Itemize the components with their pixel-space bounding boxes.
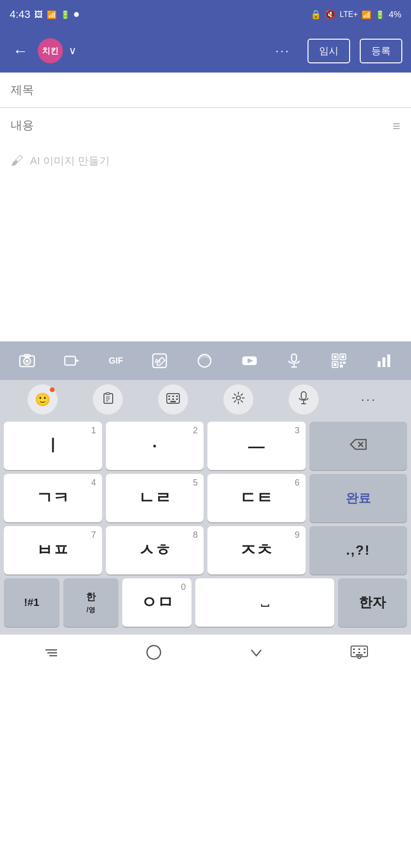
svg-rect-23	[378, 361, 381, 367]
space-key[interactable]: ⎵	[195, 578, 334, 627]
done-key[interactable]: 완료	[309, 474, 408, 522]
emoji-button[interactable]: 🙂	[28, 384, 58, 414]
key-bp[interactable]: 7 ㅂㅍ	[4, 526, 102, 574]
status-battery-icon: 🔋	[375, 10, 385, 19]
svg-rect-25	[387, 354, 390, 367]
svg-rect-4	[65, 356, 75, 365]
svg-rect-40	[301, 392, 306, 399]
svg-rect-33	[172, 396, 174, 397]
mic-icon[interactable]	[282, 349, 306, 373]
svg-rect-53	[353, 652, 355, 653]
key-nr[interactable]: 5 ㄴㄹ	[106, 474, 204, 522]
key-om[interactable]: 0 ㅇㅁ	[122, 578, 191, 627]
punct-key[interactable]: .,?!	[309, 526, 408, 574]
status-battery-low-icon: 🔋	[60, 10, 70, 19]
key-dt[interactable]: 6 ㄷㅌ	[207, 474, 306, 522]
svg-point-39	[236, 396, 240, 400]
user-badge[interactable]: 치킨	[38, 38, 63, 63]
keyboard-switch-button[interactable]	[158, 384, 188, 414]
svg-marker-5	[75, 359, 79, 363]
temp-save-button[interactable]: 임시	[308, 39, 350, 63]
keyboard-row-3: 7 ㅂㅍ 8 ㅅㅎ 9 ㅈㅊ .,?!	[4, 526, 407, 574]
content-row: ≡	[0, 108, 411, 145]
sticker-icon[interactable]	[192, 349, 217, 373]
register-button[interactable]: 등록	[360, 39, 402, 63]
more-options-button[interactable]: ···	[267, 44, 298, 59]
svg-rect-27	[106, 393, 110, 395]
key-dash[interactable]: 3 —	[207, 422, 306, 470]
svg-rect-38	[170, 401, 176, 402]
clipboard-button[interactable]	[93, 384, 123, 414]
chart-icon[interactable]	[372, 349, 396, 373]
svg-rect-36	[172, 398, 174, 400]
number-special-key[interactable]: !#1	[4, 578, 59, 627]
clipboard-icon	[101, 391, 115, 408]
hanja-key[interactable]: 한자	[338, 578, 407, 627]
key-vowel1[interactable]: 1 ㅣ	[4, 422, 102, 470]
lang-switch-key[interactable]: 한/영	[63, 578, 119, 627]
svg-rect-26	[104, 394, 113, 403]
svg-rect-20	[340, 362, 342, 364]
svg-rect-54	[358, 652, 360, 653]
qr-icon[interactable]	[327, 349, 351, 373]
hamburger-icon: ≡	[393, 118, 400, 134]
status-signal-icon: 📶	[47, 10, 57, 19]
keyboard: 1 ㅣ 2 · 3 — 4 ㄱㅋ 5 ㄴㄹ	[0, 419, 411, 634]
voice-button[interactable]	[289, 384, 319, 414]
svg-point-2	[26, 360, 29, 363]
key-gk[interactable]: 4 ㄱㅋ	[4, 474, 102, 522]
youtube-icon[interactable]	[237, 349, 262, 373]
status-bar: 4:43 🖼 📶 🔋 🔒 🔇 LTE+ 📶 🔋 4%	[0, 0, 411, 29]
settings-icon	[232, 391, 245, 408]
svg-rect-24	[382, 357, 385, 367]
keyboard-icon	[166, 392, 180, 407]
key-dot[interactable]: 2 ·	[106, 422, 204, 470]
svg-rect-11	[292, 354, 296, 362]
status-lte-icon: LTE+	[339, 10, 358, 19]
video-icon[interactable]	[60, 349, 84, 373]
keyboard-row-2: 4 ㄱㅋ 5 ㄴㄹ 6 ㄷㅌ 완료	[4, 474, 407, 522]
keyboard-row-4: !#1 한/영 0 ㅇㅁ ⎵ 한자	[4, 578, 407, 627]
svg-rect-55	[364, 652, 366, 653]
backspace-key[interactable]	[309, 422, 408, 470]
back-button[interactable]: ←	[9, 40, 32, 62]
dropdown-icon[interactable]: ∨	[69, 44, 76, 57]
nav-keyboard-button[interactable]	[341, 641, 378, 667]
app-header: ← 치킨 ∨ ··· 임시 등록	[0, 29, 411, 73]
gif-icon[interactable]: GIF	[105, 352, 127, 370]
svg-rect-56	[356, 654, 363, 656]
ai-image-row[interactable]: 🖌 AI 이미지 만들기	[0, 145, 411, 177]
svg-rect-52	[364, 648, 366, 650]
ai-brush-icon: 🖌	[11, 153, 23, 168]
keyboard-row-1: 1 ㅣ 2 · 3 —	[4, 422, 407, 470]
emoji-icon: 🙂	[35, 392, 50, 407]
svg-rect-51	[358, 648, 360, 650]
nav-back-button[interactable]	[34, 642, 69, 667]
ai-edit-icon[interactable]: AI	[147, 349, 172, 373]
content-area: ≡ 🖌 AI 이미지 만들기	[0, 73, 411, 177]
svg-rect-37	[176, 398, 178, 400]
ai-image-label: AI 이미지 만들기	[30, 154, 110, 168]
status-battery-pct: 4%	[389, 10, 401, 20]
nav-down-button[interactable]	[239, 642, 274, 667]
more-dots-icon: ···	[361, 392, 376, 407]
svg-point-48	[147, 646, 161, 659]
key-sh[interactable]: 8 ㅅㅎ	[106, 526, 204, 574]
photo-icon[interactable]	[15, 349, 39, 373]
more-options-ctrl-button[interactable]: ···	[354, 384, 384, 414]
svg-rect-18	[341, 355, 344, 358]
bottom-nav	[0, 634, 411, 673]
content-input[interactable]	[11, 118, 393, 145]
status-time: 4:43	[10, 8, 30, 21]
svg-rect-50	[353, 648, 355, 650]
svg-rect-32	[168, 396, 170, 397]
svg-rect-22	[340, 365, 343, 368]
nav-home-button[interactable]	[136, 639, 172, 669]
svg-rect-19	[334, 363, 337, 366]
settings-button[interactable]	[223, 384, 253, 414]
svg-rect-34	[176, 396, 178, 397]
key-jch[interactable]: 9 ㅈㅊ	[207, 526, 306, 574]
status-mute-icon: 🔇	[325, 9, 336, 20]
title-input[interactable]	[0, 73, 411, 108]
microphone-icon	[298, 391, 309, 408]
